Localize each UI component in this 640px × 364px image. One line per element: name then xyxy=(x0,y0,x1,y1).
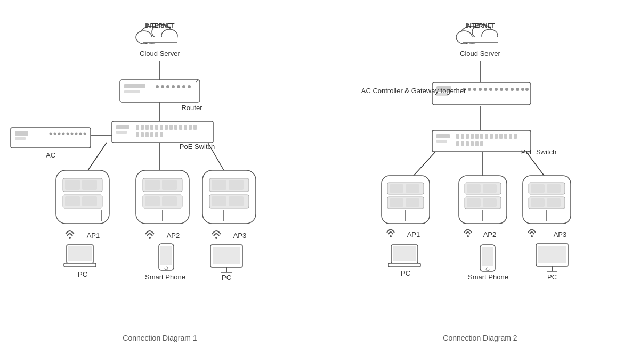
svg-rect-85 xyxy=(229,180,244,190)
svg-rect-162 xyxy=(406,184,419,193)
svg-text:Cloud Server: Cloud Server xyxy=(460,49,501,57)
ap1-wifi-2 xyxy=(387,230,394,238)
ap1-1 xyxy=(56,170,109,224)
svg-rect-172 xyxy=(483,184,497,193)
svg-rect-191 xyxy=(388,263,420,267)
svg-text:AP1: AP1 xyxy=(87,231,100,239)
svg-point-58 xyxy=(75,133,78,135)
svg-text:AP3: AP3 xyxy=(554,230,567,238)
pc1-1 xyxy=(64,245,96,267)
svg-rect-155 xyxy=(471,141,474,146)
ap3-wifi-2 xyxy=(528,230,536,238)
svg-point-124 xyxy=(473,88,476,91)
svg-point-127 xyxy=(489,88,492,91)
diagram-1-svg: INTERNET Cloud Server Router xyxy=(0,0,320,364)
svg-rect-43 xyxy=(141,132,144,137)
svg-rect-31 xyxy=(145,125,149,130)
svg-point-21 xyxy=(177,85,180,88)
svg-text:PC: PC xyxy=(78,270,87,278)
svg-rect-42 xyxy=(136,132,139,137)
ac-1 xyxy=(11,128,91,148)
ap3-1 xyxy=(202,170,256,224)
svg-text:Smart Phone: Smart Phone xyxy=(145,273,185,281)
svg-rect-156 xyxy=(475,141,479,146)
svg-text:PoE Switch: PoE Switch xyxy=(180,143,215,151)
svg-rect-142 xyxy=(471,134,474,139)
svg-rect-153 xyxy=(461,141,464,146)
svg-text:INTERNET: INTERNET xyxy=(145,22,175,29)
svg-point-19 xyxy=(166,85,169,88)
svg-rect-140 xyxy=(461,134,464,139)
pc1-2 xyxy=(388,245,420,267)
svg-text:Cloud Server: Cloud Server xyxy=(140,49,181,57)
svg-rect-47 xyxy=(160,132,163,137)
svg-rect-40 xyxy=(189,125,192,130)
svg-text:PC: PC xyxy=(222,274,231,282)
svg-rect-144 xyxy=(480,134,483,139)
svg-point-90 xyxy=(215,237,217,239)
svg-point-177 xyxy=(467,235,469,237)
svg-point-55 xyxy=(62,133,65,135)
svg-point-70 xyxy=(69,237,71,239)
svg-text:PC: PC xyxy=(547,273,557,281)
svg-rect-154 xyxy=(466,141,469,146)
svg-rect-164 xyxy=(390,198,403,207)
svg-rect-10 xyxy=(143,37,177,43)
ap2-wifi-2 xyxy=(464,230,472,238)
svg-rect-165 xyxy=(406,198,419,207)
ap1-wifi-1 xyxy=(66,231,74,239)
svg-point-56 xyxy=(67,133,69,135)
svg-rect-152 xyxy=(456,141,459,146)
svg-rect-37 xyxy=(174,125,177,130)
pc2-2 xyxy=(536,244,568,271)
ap1-2 xyxy=(382,176,430,224)
ap2-wifi-1 xyxy=(145,231,154,239)
svg-point-167 xyxy=(390,235,392,237)
svg-rect-157 xyxy=(480,141,483,146)
svg-rect-149 xyxy=(504,134,507,139)
svg-rect-138 xyxy=(436,140,447,143)
svg-rect-36 xyxy=(169,125,173,130)
svg-rect-171 xyxy=(467,184,481,193)
svg-rect-84 xyxy=(212,180,226,190)
svg-text:AP2: AP2 xyxy=(483,230,497,238)
svg-rect-94 xyxy=(64,263,96,267)
svg-rect-16 xyxy=(124,90,140,93)
svg-text:AP1: AP1 xyxy=(407,230,420,238)
svg-point-129 xyxy=(500,88,503,91)
svg-point-60 xyxy=(84,133,86,135)
ap3-wifi-1 xyxy=(212,231,221,239)
svg-rect-77 xyxy=(145,196,160,206)
svg-point-125 xyxy=(479,88,482,91)
svg-point-187 xyxy=(531,235,533,237)
svg-rect-184 xyxy=(531,198,545,207)
svg-rect-65 xyxy=(82,180,97,190)
svg-rect-78 xyxy=(162,196,177,206)
svg-rect-68 xyxy=(82,196,97,206)
svg-rect-97 xyxy=(160,246,172,265)
diagram-2-svg: INTERNET Cloud Server xyxy=(320,0,640,364)
svg-rect-194 xyxy=(482,247,493,266)
svg-text:AP3: AP3 xyxy=(233,231,247,239)
svg-rect-198 xyxy=(538,246,566,263)
poe-switch-2 xyxy=(432,130,531,152)
svg-rect-15 xyxy=(124,84,145,88)
svg-rect-44 xyxy=(145,132,149,137)
svg-rect-182 xyxy=(547,184,561,193)
svg-point-22 xyxy=(182,85,185,88)
svg-rect-51 xyxy=(15,137,26,140)
diagram-1-section: INTERNET Cloud Server Router xyxy=(0,0,320,364)
svg-point-54 xyxy=(58,133,61,135)
svg-text:AC: AC xyxy=(46,151,55,159)
cloud-1: INTERNET xyxy=(136,22,177,44)
svg-rect-146 xyxy=(490,134,493,139)
svg-rect-185 xyxy=(547,198,561,207)
svg-rect-87 xyxy=(212,196,226,206)
svg-rect-93 xyxy=(68,246,92,261)
svg-rect-33 xyxy=(155,125,158,130)
svg-rect-139 xyxy=(456,134,459,139)
diagram-2-section: INTERNET Cloud Server xyxy=(320,0,640,364)
svg-rect-30 xyxy=(141,125,144,130)
svg-rect-38 xyxy=(179,125,182,130)
svg-rect-101 xyxy=(213,247,240,264)
